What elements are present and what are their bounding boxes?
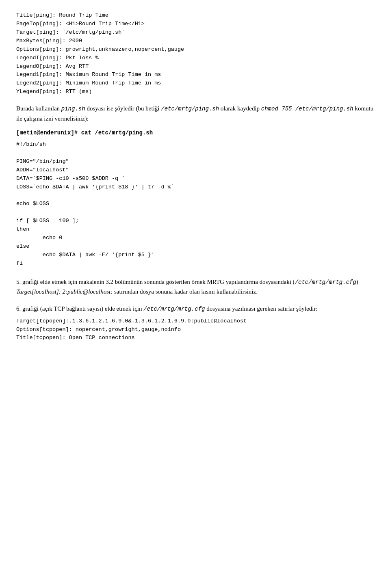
section6-code: /etc/mrtg/mrtg.cfg [143,306,205,312]
paragraph-ping-sh: Burada kullanılan ping.sh dosyası ise şö… [16,104,374,123]
para1-code3: chmod 755 /etc/mrtg/ping.sh [261,106,353,112]
section6-number: 6. [16,305,21,312]
section5-paragraph: 5. grafiği elde etmek için makalenin 3.2… [16,277,374,296]
section6-text1: grafiği (açık TCP bağlantı sayısı) elde … [21,305,143,312]
command-line: [metin@enderunix]# cat /etc/mrtg/ping.sh [16,130,153,136]
script-block: #!/bin/sh PING="/bin/ping" ADDR="localho… [16,141,374,268]
config-lines: Title[ping]: Round Trip Time PageTop[pin… [16,11,374,96]
para1-middle: dosyası ise şöyledir (bu betiği [85,105,161,112]
section5-text3: satırından dosya sonuna kadar olan kısmı… [113,288,258,295]
command-line-block: [metin@enderunix]# cat /etc/mrtg/ping.sh [16,128,374,137]
para1-after: olarak kaydedip [219,105,261,112]
section5-text2: ) [356,279,358,285]
section6-paragraph: 6. grafiği (açık TCP bağlantı sayısı) el… [16,304,374,313]
config-block-2: Target[tcpopen]:.1.3.6.1.2.1.6.9.0&.1.3.… [16,317,374,343]
para1-code1: ping.sh [61,106,85,112]
para1-code2: /etc/mrtg/ping.sh [161,106,219,112]
section5-text1: grafiği elde etmek için makalenin 3.2 bö… [21,279,295,285]
config-block: Title[ping]: Round Trip Time PageTop[pin… [16,11,374,96]
section5-italic: Target[localhost]: 2:public@localhost: [16,288,113,295]
section6-text2: dosyasına yazılması gereken satırlar şöy… [205,305,317,312]
para1-before: Burada kullanılan [16,105,61,112]
config-lines-2: Target[tcpopen]:.1.3.6.1.2.1.6.9.0&.1.3.… [16,317,374,343]
section5-code: /etc/mrtg/mrtg.cfg [295,279,356,285]
script-lines: #!/bin/sh PING="/bin/ping" ADDR="localho… [16,141,374,268]
section5-number: 5. [16,279,21,285]
